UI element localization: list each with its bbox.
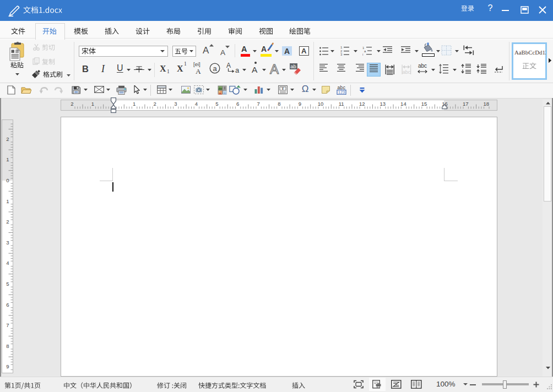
svg-text:1: 1 <box>6 198 9 204</box>
svg-text:2: 2 <box>71 101 73 107</box>
svg-text:17: 17 <box>463 101 469 107</box>
svg-text:2: 2 <box>6 219 9 225</box>
svg-text:6: 6 <box>6 302 9 308</box>
svg-text:5: 5 <box>215 101 218 107</box>
svg-text:8: 8 <box>278 101 280 107</box>
svg-text:14: 14 <box>400 101 406 107</box>
svg-text:18: 18 <box>484 101 490 107</box>
svg-text:9: 9 <box>299 101 301 107</box>
svg-text:i: i <box>362 53 363 56</box>
svg-text:9: 9 <box>6 363 9 369</box>
svg-text:2: 2 <box>154 101 156 107</box>
svg-text:2: 2 <box>6 136 9 142</box>
svg-text:3: 3 <box>6 239 9 246</box>
svg-text:3: 3 <box>340 53 343 56</box>
svg-text:1: 1 <box>133 101 135 107</box>
svg-text:13: 13 <box>380 101 386 107</box>
svg-text:T: T <box>281 86 284 90</box>
svg-text:4: 4 <box>6 260 9 266</box>
svg-text:5: 5 <box>6 281 9 287</box>
svg-text:12: 12 <box>359 101 365 107</box>
svg-text:abc: abc <box>403 69 411 75</box>
svg-text:0: 0 <box>6 177 9 183</box>
svg-text:a: a <box>364 50 366 53</box>
svg-text:7: 7 <box>257 101 260 107</box>
svg-text:1: 1 <box>91 101 94 107</box>
svg-text:ab: ab <box>290 63 296 69</box>
svg-text:abc: abc <box>418 63 427 69</box>
svg-text:3: 3 <box>174 101 177 107</box>
svg-text:1: 1 <box>340 46 343 49</box>
svg-text:a: a <box>213 64 217 73</box>
svg-text:4: 4 <box>195 101 198 107</box>
svg-text:8: 8 <box>6 343 9 349</box>
svg-text:10: 10 <box>318 101 324 107</box>
svg-text:A: A <box>270 62 279 75</box>
svg-text:6: 6 <box>236 101 239 107</box>
svg-text:15: 15 <box>421 101 427 107</box>
svg-text:123: 123 <box>338 90 345 95</box>
svg-text:7: 7 <box>6 322 9 328</box>
svg-text:1: 1 <box>6 156 9 162</box>
svg-text:11: 11 <box>339 101 344 107</box>
